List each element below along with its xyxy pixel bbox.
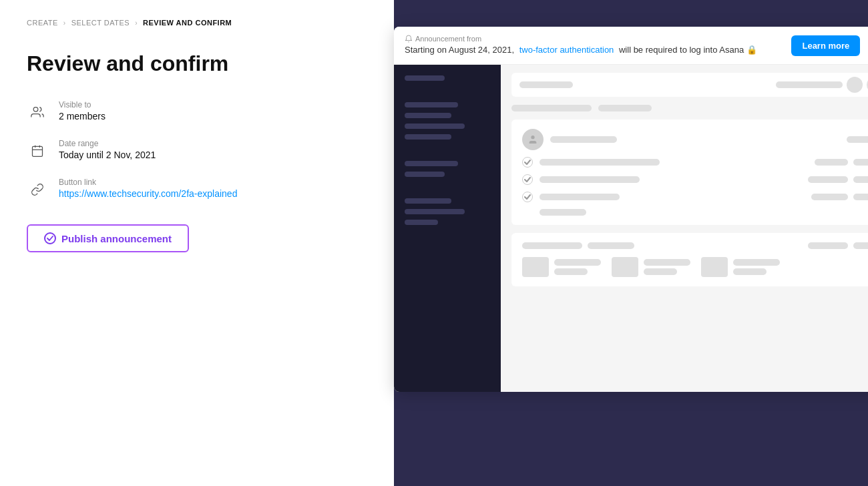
bottom-top-row bbox=[522, 242, 868, 249]
button-link-label: Button link bbox=[59, 178, 237, 187]
mockup-topbar bbox=[511, 73, 868, 97]
sidebar-block-10 bbox=[405, 220, 438, 225]
task-1-right bbox=[815, 159, 868, 166]
task-row-3 bbox=[522, 192, 868, 202]
filter-bar-1 bbox=[511, 105, 592, 111]
right-panel: Announcement from Starting on August 24,… bbox=[394, 0, 868, 486]
task-row-1 bbox=[522, 157, 868, 168]
bottom-actions bbox=[808, 242, 868, 249]
sidebar-block-1 bbox=[405, 75, 445, 81]
svg-point-0 bbox=[33, 107, 38, 112]
breadcrumb-step-create: CREATE bbox=[27, 19, 58, 27]
announcement-from-label: Announcement from bbox=[415, 35, 481, 43]
sidebar-block-6 bbox=[405, 161, 458, 166]
announcement-suffix: will be required to log into Asana 🔒 bbox=[619, 45, 757, 55]
visible-to-value: 2 members bbox=[59, 111, 105, 121]
topbar-right bbox=[776, 77, 868, 93]
topbar-left bbox=[519, 81, 573, 88]
sidebar-block-8 bbox=[405, 198, 451, 204]
thumb-box-3 bbox=[701, 257, 728, 277]
filter-bar-2 bbox=[598, 105, 652, 111]
thumb-box-1 bbox=[522, 257, 549, 277]
thumb-lines-3 bbox=[733, 259, 780, 275]
app-mockup bbox=[394, 65, 868, 392]
sidebar-block-9 bbox=[405, 209, 465, 214]
breadcrumb-chevron-2: › bbox=[135, 19, 138, 27]
task-3-right bbox=[811, 194, 868, 200]
task-3-tag bbox=[811, 194, 848, 200]
thumb-line-3b bbox=[733, 268, 767, 275]
task-row-2 bbox=[522, 174, 868, 185]
avatar-row-right bbox=[847, 136, 868, 143]
date-range-row: Date range Today until 2 Nov, 2021 bbox=[27, 139, 367, 162]
announcement-text: Starting on August 24, 2021, two-factor … bbox=[405, 44, 757, 56]
breadcrumb-step-dates: SELECT DATES bbox=[71, 19, 130, 27]
date-range-content: Date range Today until 2 Nov, 2021 bbox=[59, 139, 156, 160]
announcement-left: Announcement from Starting on August 24,… bbox=[405, 35, 757, 56]
visible-to-label: Visible to bbox=[59, 100, 105, 109]
thumb-line-1a bbox=[554, 259, 601, 266]
sidebar-block-5 bbox=[405, 134, 451, 140]
task-1-tag bbox=[815, 159, 848, 166]
thumb-row bbox=[522, 257, 868, 277]
task-check-1 bbox=[522, 157, 533, 168]
task-3-bar bbox=[539, 194, 620, 200]
button-link-content: Button link https://www.techsecurity.com… bbox=[59, 178, 237, 199]
visible-to-content: Visible to 2 members bbox=[59, 100, 105, 121]
breadcrumb: CREATE › SELECT DATES › REVIEW AND CONFI… bbox=[27, 19, 367, 27]
info-section: Visible to 2 members Date range Today bbox=[27, 100, 367, 200]
link-icon bbox=[27, 179, 48, 200]
page-container: CREATE › SELECT DATES › REVIEW AND CONFI… bbox=[0, 0, 868, 486]
task-2-date bbox=[853, 176, 868, 183]
svg-rect-1 bbox=[33, 147, 43, 157]
task-3-date bbox=[853, 194, 868, 200]
avatar-row bbox=[522, 129, 868, 150]
filter-row bbox=[511, 105, 868, 111]
user-name-bar bbox=[550, 136, 617, 143]
publish-announcement-button[interactable]: Publish announcement bbox=[27, 224, 189, 252]
announcement-from: Announcement from bbox=[405, 35, 757, 43]
thumb-item-2 bbox=[612, 257, 690, 277]
content-card-2 bbox=[511, 233, 868, 286]
thumb-line-3a bbox=[733, 259, 780, 266]
svg-point-7 bbox=[531, 136, 534, 139]
users-icon bbox=[27, 101, 48, 123]
sidebar-block-4 bbox=[405, 124, 465, 129]
task-count-bar bbox=[847, 136, 868, 143]
task-row-4 bbox=[522, 209, 868, 216]
bottom-action-2 bbox=[853, 242, 868, 249]
check-circle-icon bbox=[44, 232, 56, 244]
bottom-label-1 bbox=[522, 242, 582, 249]
mockup-sidebar bbox=[394, 65, 501, 392]
task-2-bar bbox=[539, 176, 640, 183]
topbar-placeholder-1 bbox=[519, 81, 573, 88]
task-2-tag bbox=[808, 176, 848, 183]
task-1-date bbox=[853, 159, 868, 166]
announcement-prefix: Starting on August 24, 2021, bbox=[405, 45, 514, 55]
sidebar-block-2 bbox=[405, 102, 458, 107]
button-link-value[interactable]: https://www.techsecurity.com/2fa-explain… bbox=[59, 188, 237, 199]
mockup-main bbox=[501, 65, 868, 392]
task-2-right bbox=[808, 176, 868, 183]
sidebar-block-3 bbox=[405, 113, 451, 118]
bottom-label-2 bbox=[588, 242, 634, 249]
thumb-item-3 bbox=[701, 257, 780, 277]
visible-to-row: Visible to 2 members bbox=[27, 100, 367, 123]
task-1-bar bbox=[539, 159, 660, 166]
announcement-link[interactable]: two-factor authentication bbox=[519, 45, 614, 55]
learn-more-button[interactable]: Learn more bbox=[791, 35, 860, 56]
date-range-value: Today until 2 Nov, 2021 bbox=[59, 150, 156, 160]
thumb-lines-1 bbox=[554, 259, 601, 275]
breadcrumb-chevron-1: › bbox=[63, 19, 66, 27]
thumb-box-2 bbox=[612, 257, 638, 277]
thumb-line-1b bbox=[554, 268, 588, 275]
button-link-row: Button link https://www.techsecurity.com… bbox=[27, 178, 367, 200]
thumb-line-2a bbox=[644, 259, 690, 266]
topbar-avatar-1 bbox=[847, 77, 863, 93]
task-check-2 bbox=[522, 174, 533, 185]
sidebar-block-7 bbox=[405, 172, 445, 177]
calendar-icon bbox=[27, 140, 48, 162]
publish-button-label: Publish announcement bbox=[61, 233, 172, 244]
thumb-item-1 bbox=[522, 257, 601, 277]
thumb-line-2b bbox=[644, 268, 677, 275]
